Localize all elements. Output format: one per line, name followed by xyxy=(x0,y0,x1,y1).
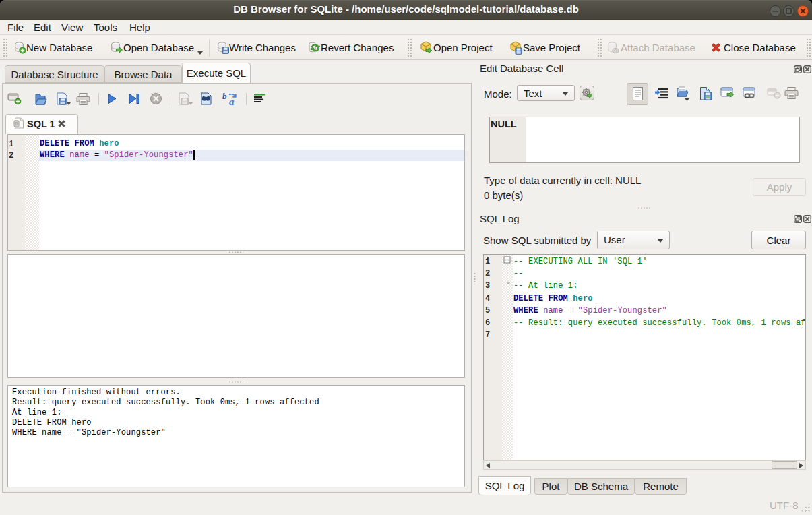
svg-text:a: a xyxy=(229,96,235,106)
svg-text:b: b xyxy=(222,92,227,101)
